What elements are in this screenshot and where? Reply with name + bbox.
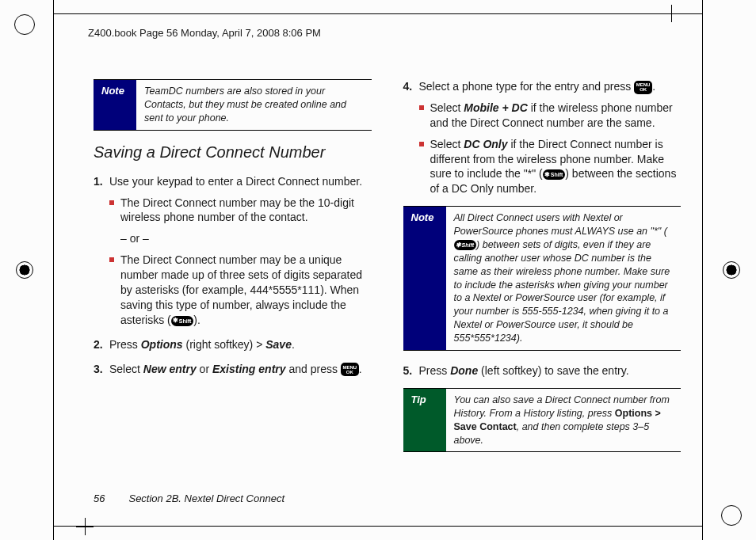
crop-register-icon bbox=[14, 260, 35, 280]
step-number: 1. bbox=[94, 174, 103, 189]
sub-text: ). bbox=[193, 314, 200, 326]
page-content: Note TeamDC numbers are also stored in y… bbox=[79, 79, 681, 485]
step-number: 2. bbox=[94, 337, 103, 352]
crop-tick bbox=[53, 526, 54, 540]
sub-text: Select bbox=[430, 101, 464, 114]
note-box: Note All Direct Connect users with Nexte… bbox=[403, 206, 682, 351]
step-sub: The Direct Connect number may be the 10-… bbox=[109, 196, 372, 226]
crop-tick bbox=[702, 0, 703, 14]
key-bot: OK bbox=[346, 370, 353, 375]
steps-list-left: 1. Use your keypad to enter a Direct Con… bbox=[94, 174, 372, 377]
shift-key-icon: Shift bbox=[454, 240, 477, 250]
step-text: . bbox=[359, 363, 362, 375]
note-text: ) between sets of digits, even if they a… bbox=[454, 239, 670, 344]
crop-left-line bbox=[53, 0, 54, 540]
step-text: Select a phone type for the entry and pr… bbox=[419, 80, 635, 93]
step-1: 1. Use your keypad to enter a Direct Con… bbox=[94, 174, 372, 328]
steps-list-right-2: 5. Press Done (left softkey) to save the… bbox=[403, 363, 682, 378]
footer-section-title: Section 2B. Nextel Direct Connect bbox=[128, 492, 284, 504]
step-text: and press bbox=[286, 363, 341, 375]
ui-term: DC Only bbox=[464, 138, 507, 150]
sub-text: Select bbox=[430, 138, 464, 150]
step-text: (left softkey) to save the entry. bbox=[478, 364, 628, 377]
right-column: 4. Select a phone type for the entry and… bbox=[403, 79, 682, 485]
step-2: 2. Press Options (right softkey) > Save. bbox=[94, 337, 372, 352]
ui-term: Existing entry bbox=[212, 363, 286, 375]
step-text: Use your keypad to enter a Direct Connec… bbox=[109, 175, 362, 188]
sub-text: The Direct Connect number may be the 10-… bbox=[120, 196, 354, 224]
crop-tick bbox=[702, 526, 703, 540]
menu-ok-key-icon: MENUOK bbox=[341, 363, 359, 376]
page-number: 56 bbox=[94, 492, 105, 504]
note-label: Note bbox=[403, 207, 446, 350]
ui-term: Options bbox=[141, 338, 183, 351]
crop-register-icon bbox=[721, 260, 742, 280]
step-text: . bbox=[652, 80, 655, 93]
crop-header-text: Z400.book Page 56 Monday, April 7, 2008 … bbox=[88, 27, 321, 39]
step-number: 5. bbox=[403, 363, 413, 378]
crop-bottom-line bbox=[53, 526, 703, 527]
step-sub: Select Mobile + DC if the wireless phone… bbox=[419, 101, 682, 131]
crop-cross-icon bbox=[76, 518, 94, 535]
crop-ornament-icon bbox=[721, 505, 742, 526]
tip-box: Tip You can also save a Direct Connect n… bbox=[403, 388, 682, 453]
note-text: All Direct Connect users with Nextel or … bbox=[454, 212, 667, 237]
step-3: 3. Select New entry or Existing entry an… bbox=[94, 362, 372, 377]
crop-cross-icon bbox=[662, 5, 680, 22]
key-bot: OK bbox=[640, 87, 647, 92]
step-text: Press bbox=[419, 364, 451, 377]
step-or: – or – bbox=[109, 231, 372, 246]
note-label: Note bbox=[94, 80, 136, 130]
tip-body: You can also save a Direct Connect numbe… bbox=[446, 389, 682, 452]
crop-right-line bbox=[702, 0, 703, 540]
section-heading: Saving a Direct Connect Number bbox=[94, 143, 372, 162]
step-text: Press bbox=[109, 338, 141, 351]
note-body: TeamDC numbers are also stored in your C… bbox=[136, 80, 372, 130]
step-text: Select bbox=[109, 363, 143, 375]
sub-text: The Direct Connect number may be a uniqu… bbox=[120, 253, 362, 326]
step-text: or bbox=[197, 363, 212, 375]
ui-term: Save bbox=[265, 338, 292, 351]
page-footer: 56 Section 2B. Nextel Direct Connect bbox=[94, 492, 284, 504]
tip-label: Tip bbox=[403, 389, 446, 452]
step-text: . bbox=[292, 338, 295, 351]
left-column: Note TeamDC numbers are also stored in y… bbox=[79, 79, 372, 485]
shift-key-icon: Shift bbox=[171, 316, 194, 326]
note-body: All Direct Connect users with Nextel or … bbox=[446, 207, 682, 350]
step-sub: Select DC Only if the Direct Connect num… bbox=[419, 137, 682, 197]
ui-term: Mobile + DC bbox=[464, 101, 528, 114]
step-number: 4. bbox=[403, 79, 413, 94]
ui-term: New entry bbox=[143, 363, 197, 375]
crop-tick bbox=[53, 0, 54, 14]
menu-ok-key-icon: MENUOK bbox=[634, 81, 652, 94]
crop-ornament-icon bbox=[14, 14, 35, 35]
step-sub: The Direct Connect number may be a uniqu… bbox=[109, 253, 372, 327]
shift-key-icon: Shift bbox=[543, 169, 566, 180]
note-box: Note TeamDC numbers are also stored in y… bbox=[94, 79, 372, 131]
crop-top-line bbox=[53, 13, 703, 14]
ui-term: Done bbox=[450, 364, 478, 377]
steps-list-right: 4. Select a phone type for the entry and… bbox=[403, 79, 682, 196]
step-5: 5. Press Done (left softkey) to save the… bbox=[403, 363, 682, 378]
step-number: 3. bbox=[94, 362, 103, 377]
step-text: (right softkey) > bbox=[183, 338, 266, 351]
step-4: 4. Select a phone type for the entry and… bbox=[403, 79, 682, 196]
